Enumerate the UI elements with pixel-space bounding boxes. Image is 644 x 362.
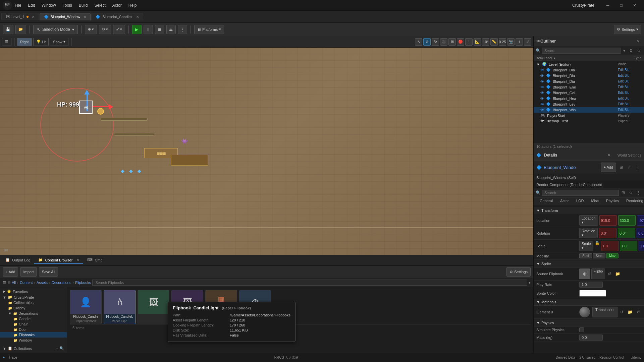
- location-y-input[interactable]: [618, 215, 636, 226]
- scale-y-input[interactable]: [620, 241, 637, 251]
- details-add-button[interactable]: + Add: [601, 163, 616, 172]
- stop-button[interactable]: ⏹: [155, 25, 164, 34]
- rotation-y-input[interactable]: [618, 228, 635, 238]
- ol-level-editor[interactable]: ▼ 🌍 Level (Editor) World: [534, 61, 644, 67]
- breadcrumb-content[interactable]: Content: [20, 281, 33, 285]
- content-browser-close[interactable]: ✕: [76, 258, 79, 262]
- dtab-lod[interactable]: LOD: [573, 197, 587, 205]
- camera-speed-value[interactable]: 1: [516, 38, 523, 46]
- mass-input[interactable]: [579, 335, 603, 341]
- close-button[interactable]: ✕: [628, 1, 641, 10]
- mobility-static-btn[interactable]: Stati: [579, 253, 592, 258]
- scale-button[interactable]: ⤢ ▾: [113, 25, 125, 34]
- sidebar-chain[interactable]: 📁 Chain: [0, 321, 67, 327]
- sprite-color-swatch[interactable]: [579, 290, 606, 297]
- camera-icon[interactable]: 🎥: [440, 38, 447, 46]
- camera-speed-icon[interactable]: 📷: [507, 38, 515, 46]
- realtime-icon[interactable]: 🔴: [457, 38, 464, 46]
- tab-content-browser-bottom[interactable]: 📁 Content Browser ✕: [34, 256, 83, 264]
- more-play-options[interactable]: ⋮: [178, 25, 187, 34]
- save-button[interactable]: 💾: [3, 25, 13, 34]
- asset-3[interactable]: 🖼: [138, 290, 169, 324]
- material-browse-btn[interactable]: 📁: [626, 307, 634, 317]
- grid-number[interactable]: 1: [465, 38, 473, 46]
- sidebar-decorations[interactable]: ▼ 📁 Decorations: [0, 311, 67, 316]
- translate-icon[interactable]: ↖: [415, 38, 422, 46]
- selection-mode-button[interactable]: ↖ Selection Mode ▾: [33, 25, 78, 34]
- menu-file[interactable]: File: [12, 2, 24, 8]
- viewport-view-right[interactable]: Right: [17, 38, 32, 46]
- tab-blueprint-candle[interactable]: 🔷 Blueprint_Candle+ ✕: [91, 13, 143, 20]
- maximize-button[interactable]: □: [614, 1, 628, 10]
- menu-tools[interactable]: Tools: [60, 2, 75, 8]
- rotate-button[interactable]: ↻ ▾: [99, 25, 111, 34]
- translate-button[interactable]: ⊕ ▾: [85, 25, 97, 34]
- material-arrow-btn[interactable]: ↺: [635, 307, 641, 317]
- dtab-actor[interactable]: Actor: [557, 197, 572, 205]
- outliner-search-input[interactable]: [542, 48, 621, 54]
- materials-section-header[interactable]: ▼ Materials: [534, 299, 644, 306]
- viewport-menu-button[interactable]: ☰: [2, 38, 11, 46]
- dtab-physics[interactable]: Physics: [603, 197, 622, 205]
- ol-bp-dia1-eye[interactable]: 👁: [540, 68, 544, 72]
- ol-bp-hea[interactable]: 👁 🔷 Blueprint_Hea Edit Blu: [534, 96, 644, 101]
- ol-bp-dia-3[interactable]: 👁 🔷 Blueprint_Dia Edit Blu: [534, 78, 644, 84]
- menu-build[interactable]: Build: [76, 2, 91, 8]
- angle-snap-icon[interactable]: 📐: [474, 38, 481, 46]
- outliner-filter-button[interactable]: ▾: [622, 48, 627, 54]
- viewport-lighting[interactable]: 💡 Lit: [33, 38, 49, 46]
- menu-select[interactable]: Select: [92, 2, 108, 8]
- material-refresh-btn[interactable]: ↺: [619, 307, 625, 317]
- minimize-button[interactable]: ─: [601, 1, 614, 10]
- asset-flipbook-candlelight[interactable]: 🕯 Flipbook_CandleL Paper Flipb: [104, 290, 136, 324]
- maximize-viewport[interactable]: ⤢: [524, 38, 531, 46]
- open-button[interactable]: 📂: [15, 25, 26, 34]
- ol-bp-gol-eye[interactable]: 👁: [540, 91, 544, 95]
- menu-actor[interactable]: Actor: [110, 2, 124, 8]
- ol-playerstart[interactable]: 🎮 PlayerStart PlayerS: [534, 113, 644, 118]
- collections-add-icon[interactable]: +: [56, 347, 58, 351]
- snap-icon[interactable]: ⊕: [423, 38, 431, 46]
- perspective-icon[interactable]: ⊞: [448, 38, 456, 46]
- snap-value[interactable]: 0.25: [499, 38, 506, 46]
- outliner-close-button[interactable]: ✕: [635, 38, 641, 44]
- cb-search-chevron[interactable]: ▾: [529, 281, 531, 285]
- mobility-movable-btn[interactable]: Mov: [606, 253, 619, 258]
- dtab-misc[interactable]: Misc: [588, 197, 602, 205]
- menu-edit[interactable]: Edit: [25, 2, 38, 8]
- platforms-button[interactable]: 🖥 Platforms ▾: [194, 25, 224, 34]
- settings-button[interactable]: ⚙ Settings ▾: [614, 25, 641, 34]
- flipbook-dropdown[interactable]: Flipbo: [591, 268, 605, 279]
- viewport-3d[interactable]: ⊕ HP: 999 ▦▦▦ ◆ ◆ ◆ 👾: [0, 48, 533, 255]
- tab-level1-close[interactable]: ✕: [32, 15, 35, 19]
- transform-section-header[interactable]: ▼ Transform: [534, 207, 644, 214]
- flipbook-browse-btn[interactable]: 📁: [614, 268, 622, 279]
- details-search-grid[interactable]: ⊞: [620, 190, 626, 196]
- details-search-input[interactable]: [542, 190, 619, 196]
- sidebar-crabby[interactable]: 📁 Crabby: [0, 305, 67, 311]
- dtab-general[interactable]: General: [536, 197, 556, 205]
- details-grid-view[interactable]: ⊞: [618, 164, 624, 170]
- location-dropdown[interactable]: Location ▾: [579, 215, 598, 226]
- location-x-input[interactable]: [599, 215, 617, 226]
- eject-button[interactable]: ⏏: [166, 25, 176, 34]
- rotation-z-input[interactable]: [637, 228, 644, 238]
- ol-bp-dia-2[interactable]: 👁 🔷 Blueprint_Dia Edit Blu: [534, 73, 644, 78]
- sidebar-favorites[interactable]: ▶ ⭐ Favorites: [0, 289, 67, 294]
- snap-value-icon[interactable]: 📏: [490, 38, 498, 46]
- cb-search-input[interactable]: [92, 280, 527, 286]
- tab-blueprint-window[interactable]: 🔷 Blueprint_Window ✕: [40, 13, 91, 20]
- location-z-input[interactable]: [637, 215, 644, 226]
- physics-section-header[interactable]: ▼ Physics: [534, 319, 644, 326]
- ol-bp-dia2-eye[interactable]: 👁: [540, 74, 544, 78]
- angle-value[interactable]: 10°: [482, 38, 489, 46]
- sidebar-candle[interactable]: 📁 Candle: [0, 316, 67, 321]
- rotate-icon[interactable]: ↻: [432, 38, 439, 46]
- details-options[interactable]: ⋮: [635, 164, 641, 170]
- cb-import-button[interactable]: Import: [20, 267, 37, 277]
- status-add-btn[interactable]: +: [3, 356, 5, 359]
- sidebar-crustypirate[interactable]: ▼ 📁 CrustyPirate: [0, 294, 67, 300]
- flipbook-refresh-btn[interactable]: ↺: [606, 268, 612, 279]
- scale-lock-icon[interactable]: 🔒: [595, 241, 600, 251]
- sidebar-door[interactable]: 📁 Door: [0, 327, 67, 332]
